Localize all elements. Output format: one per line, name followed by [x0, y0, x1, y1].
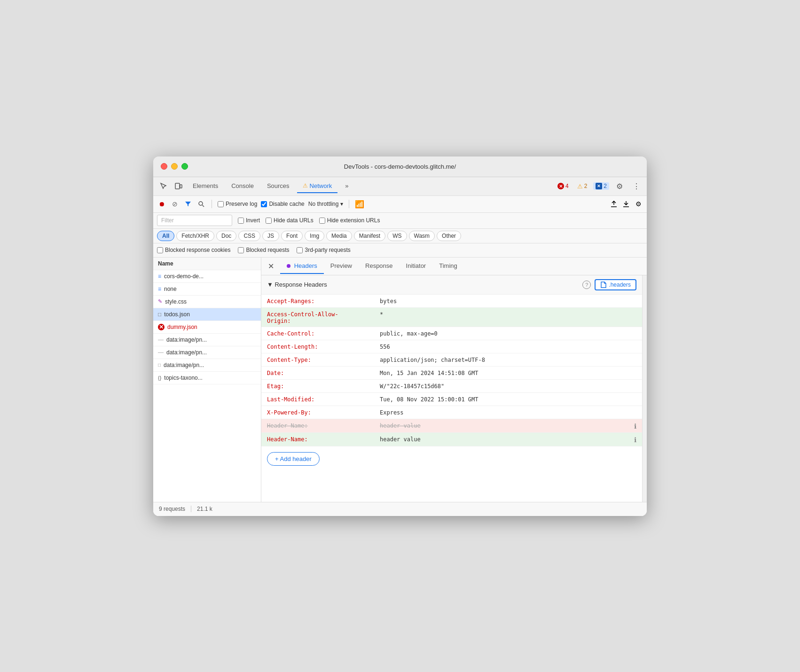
- image-icon: —: [158, 349, 164, 356]
- search-icon-btn[interactable]: [196, 199, 206, 209]
- resource-btn-manifest[interactable]: Manifest: [354, 231, 385, 241]
- wifi-icon[interactable]: 📶: [355, 199, 364, 209]
- header-key: Cache-Control:: [267, 329, 380, 337]
- blocked-requests-input[interactable]: [238, 247, 244, 253]
- hide-extension-urls-input[interactable]: [319, 218, 325, 224]
- invert-input[interactable]: [238, 218, 244, 224]
- header-key: Access-Control-Allow- Origin:: [267, 310, 380, 324]
- list-item[interactable]: {} topics-taxono...: [153, 372, 261, 384]
- image2-icon: □: [158, 362, 161, 367]
- tabs-bar: Elements Console Sources ⚠ Network » ✕ 4…: [153, 177, 647, 196]
- blocked-cookies-checkbox[interactable]: Blocked response cookies: [157, 247, 230, 253]
- image-icon: —: [158, 336, 164, 343]
- main-content: Name ≡ cors-demo-de... ≡ none ✎ style.cs…: [153, 258, 647, 502]
- tab-preview[interactable]: Preview: [324, 258, 359, 274]
- resource-btn-doc[interactable]: Doc: [216, 231, 236, 241]
- requests-stat: 9 requests: [159, 506, 185, 512]
- header-value: bytes: [380, 297, 636, 305]
- resource-btn-css[interactable]: CSS: [238, 231, 260, 241]
- list-item[interactable]: — data:image/pn...: [153, 346, 261, 359]
- more-options-icon[interactable]: ⋮: [630, 180, 643, 193]
- css-icon: ✎: [158, 298, 162, 305]
- tab-elements[interactable]: Elements: [187, 180, 224, 193]
- warning-badge: ⚠ 2: [575, 182, 590, 190]
- disable-cache-input[interactable]: [261, 201, 267, 207]
- tab-more[interactable]: »: [339, 180, 354, 193]
- info-icon[interactable]: ℹ: [634, 422, 636, 430]
- throttle-selector[interactable]: No throttling ▾: [308, 201, 344, 207]
- file-name: dummy.json: [167, 324, 197, 330]
- blocked-requests-checkbox[interactable]: Blocked requests: [238, 247, 289, 253]
- resource-btn-media[interactable]: Media: [326, 231, 352, 241]
- preserve-log-input[interactable]: [218, 201, 224, 207]
- window-title: DevTools - cors-demo-devtools.glitch.me/: [344, 163, 456, 170]
- preserve-log-checkbox[interactable]: Preserve log: [218, 201, 257, 207]
- header-value: application/json; charset=UTF-8: [380, 356, 636, 363]
- clear-button[interactable]: ⊘: [170, 199, 180, 209]
- list-item[interactable]: □ todos.json: [153, 308, 261, 321]
- hide-data-urls-checkbox[interactable]: Hide data URLs: [266, 217, 314, 224]
- svg-rect-1: [180, 185, 182, 188]
- detail-close-button[interactable]: ✕: [265, 260, 276, 272]
- maximize-button[interactable]: [181, 163, 188, 170]
- minimize-button[interactable]: [171, 163, 178, 170]
- table-row: Header-Name: header value ℹ: [261, 419, 642, 433]
- info-icon[interactable]: ℹ: [634, 435, 636, 444]
- resource-btn-other[interactable]: Other: [437, 231, 461, 241]
- blocked-cookies-input[interactable]: [157, 247, 163, 253]
- close-button[interactable]: [161, 163, 167, 170]
- filter-input[interactable]: [157, 215, 232, 226]
- list-item[interactable]: ✎ style.css: [153, 296, 261, 308]
- tab-initiator[interactable]: Initiator: [400, 258, 433, 274]
- header-value: header value: [380, 422, 634, 429]
- resource-btn-wasm[interactable]: Wasm: [409, 231, 435, 241]
- scrollbar[interactable]: [642, 275, 647, 502]
- add-header-button[interactable]: + Add header: [267, 452, 320, 466]
- coverage-icon: ✕: [596, 183, 602, 189]
- tab-response[interactable]: Response: [359, 258, 400, 274]
- hide-extension-urls-checkbox[interactable]: Hide extension URLs: [319, 217, 380, 224]
- tab-headers[interactable]: Headers: [280, 258, 324, 274]
- third-party-requests-input[interactable]: [297, 247, 303, 253]
- table-row: Access-Control-Allow- Origin: *: [261, 308, 642, 327]
- upload-icon[interactable]: [609, 199, 619, 209]
- resource-btn-ws[interactable]: WS: [387, 231, 407, 241]
- list-item[interactable]: ≡ none: [153, 283, 261, 296]
- tab-console[interactable]: Console: [226, 180, 259, 193]
- header-value: W/"22c-18457c15d68": [380, 382, 636, 390]
- network-settings-icon[interactable]: ⚙: [634, 199, 643, 209]
- header-key: Accept-Ranges:: [267, 297, 380, 305]
- record-button[interactable]: ⏺: [157, 199, 166, 209]
- file-icon: [600, 281, 607, 288]
- filter-bar: Invert Hide data URLs Hide extension URL…: [153, 213, 647, 229]
- pointer-tool-icon[interactable]: [157, 180, 170, 193]
- resource-btn-fetch-xhr[interactable]: Fetch/XHR: [176, 231, 214, 241]
- header-value: header value: [380, 435, 634, 443]
- download-icon[interactable]: [621, 199, 631, 209]
- settings-icon[interactable]: ⚙: [613, 180, 626, 193]
- filter-icon-btn[interactable]: [183, 199, 193, 209]
- resource-btn-font[interactable]: Font: [281, 231, 303, 241]
- table-row: Etag: W/"22c-18457c15d68": [261, 380, 642, 393]
- resource-btn-js[interactable]: JS: [262, 231, 279, 241]
- device-mode-icon[interactable]: [172, 180, 185, 193]
- header-value: Tue, 08 Nov 2022 15:00:01 GMT: [380, 395, 636, 403]
- tab-sources[interactable]: Sources: [261, 180, 295, 193]
- file-list-header: Name: [153, 258, 261, 270]
- title-bar: DevTools - cors-demo-devtools.glitch.me/: [153, 156, 647, 177]
- tab-timing[interactable]: Timing: [432, 258, 464, 274]
- list-item[interactable]: □ data:image/pn...: [153, 359, 261, 372]
- hide-data-urls-input[interactable]: [266, 218, 272, 224]
- size-stat: 21.1 k: [197, 506, 212, 512]
- tab-network[interactable]: ⚠ Network: [297, 180, 338, 193]
- invert-checkbox[interactable]: Invert: [238, 217, 260, 224]
- disable-cache-checkbox[interactable]: Disable cache: [261, 201, 304, 207]
- list-item[interactable]: — data:image/pn...: [153, 334, 261, 346]
- third-party-requests-checkbox[interactable]: 3rd-party requests: [297, 247, 350, 253]
- list-item[interactable]: ✕ dummy.json: [153, 321, 261, 334]
- help-icon[interactable]: ?: [582, 281, 591, 289]
- list-item[interactable]: ≡ cors-demo-de...: [153, 270, 261, 283]
- headers-file-button[interactable]: .headers: [595, 279, 636, 290]
- resource-btn-all[interactable]: All: [157, 231, 174, 241]
- resource-btn-img[interactable]: Img: [305, 231, 324, 241]
